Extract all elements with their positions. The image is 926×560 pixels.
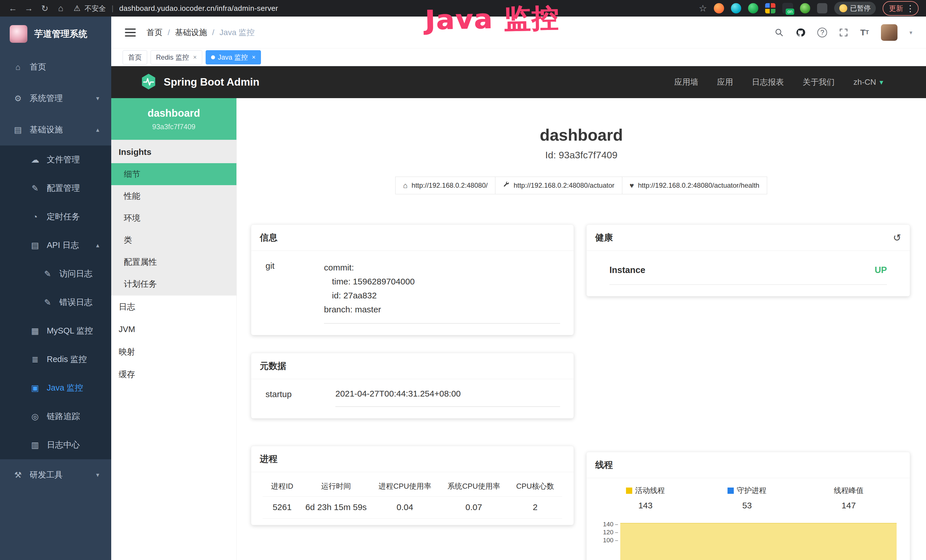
- sba-nav-applications[interactable]: 应用: [717, 77, 733, 88]
- sba-nav-wallboard[interactable]: 应用墙: [675, 77, 698, 88]
- github-icon[interactable]: [796, 28, 805, 37]
- tab-home[interactable]: 首页: [123, 50, 147, 65]
- log-icon: ▤: [30, 241, 41, 250]
- sidebar-item-redis[interactable]: ≣ Redis 监控: [0, 345, 111, 374]
- sidebar-item-access-log[interactable]: ✎ 访问日志: [0, 260, 111, 288]
- actuator-url-link[interactable]: http://192.168.0.2:48080/actuator: [495, 177, 622, 194]
- instance-subtitle: Id: 93a3fc7f7409: [237, 150, 926, 160]
- help-icon[interactable]: ?: [817, 28, 827, 37]
- close-icon[interactable]: ×: [193, 54, 197, 61]
- insights-section: Insights 细节 性能 环境 类 配置属性 计划任务: [111, 140, 236, 295]
- threads-chart: 140 120 100: [595, 521, 899, 560]
- app-logo: 芋道管理系统: [0, 17, 111, 51]
- info-row-value: commit: time: 1596289704000 id: 27aa832 …: [324, 260, 560, 324]
- peak-threads-value: 147: [798, 501, 899, 510]
- extension-leaf-icon[interactable]: [800, 3, 810, 14]
- history-icon[interactable]: ↺: [893, 232, 902, 243]
- home-icon[interactable]: ⌂: [54, 3, 68, 13]
- sba-logo-icon: [140, 73, 157, 92]
- extension-drop-icon[interactable]: [731, 3, 741, 14]
- breadcrumb-separator: /: [168, 28, 170, 37]
- user-avatar[interactable]: [881, 24, 897, 41]
- process-header-row: 进程ID 运行时间 进程CPU使用率 系统CPU使用率 CPU核心数: [263, 475, 562, 496]
- refresh-icon[interactable]: ↻: [38, 3, 52, 14]
- update-button[interactable]: 更新 ⋮: [883, 1, 918, 16]
- sidebar-item-home[interactable]: ⌂ 首页: [0, 51, 111, 83]
- health-row[interactable]: Instance UP: [610, 257, 887, 285]
- heart-icon: ♥: [630, 181, 634, 190]
- sidebar-item-infra[interactable]: ▤ 基础设施 ▴: [0, 114, 111, 145]
- address-bar[interactable]: ⚠ 不安全 | dashboard.yudao.iocoder.cn/infra…: [74, 4, 697, 13]
- breadcrumb-section[interactable]: 基础设施: [175, 27, 207, 38]
- hamburger-icon[interactable]: [125, 29, 136, 36]
- tab-java-monitor[interactable]: Java 监控 ×: [206, 50, 261, 65]
- info-card-title: 信息: [251, 225, 573, 251]
- sidebar-item-tracing[interactable]: ◎ 链路追踪: [0, 402, 111, 431]
- sidebar-item-api-log[interactable]: ▤ API 日志 ▴: [0, 231, 111, 260]
- sba-nav-about[interactable]: 关于我们: [803, 77, 835, 88]
- close-icon[interactable]: ×: [252, 54, 256, 61]
- search-icon[interactable]: [775, 28, 784, 37]
- sidebar-item-log-center[interactable]: ▥ 日志中心: [0, 431, 111, 459]
- admin-sidebar: 芋道管理系统 ⌂ 首页 ⚙ 系统管理 ▾ ▤ 基础设施 ▴ ☁ 文件管理: [0, 17, 111, 560]
- logo-avatar: [10, 25, 27, 43]
- extension-on-icon[interactable]: on: [782, 3, 793, 14]
- sidebar-item-devtools[interactable]: ⚒ 研发工具 ▾: [0, 459, 111, 491]
- sba-item-performance[interactable]: 性能: [111, 185, 236, 207]
- sidebar-item-config[interactable]: ✎ 配置管理: [0, 174, 111, 203]
- chevron-down-icon: ▾: [96, 471, 99, 479]
- sba-item-environment[interactable]: 环境: [111, 207, 236, 229]
- sba-item-scheduled-tasks[interactable]: 计划任务: [111, 273, 236, 295]
- extension-fox-icon[interactable]: [714, 3, 724, 14]
- kebab-menu-icon[interactable]: ⋮: [906, 3, 915, 14]
- sba-item-logs[interactable]: 日志: [111, 295, 236, 318]
- metadata-row-label: startup: [265, 389, 335, 407]
- info-row-label: git: [265, 260, 324, 324]
- instance-title: dashboard: [237, 126, 926, 144]
- forward-icon[interactable]: →: [22, 3, 36, 13]
- process-table: 进程ID 运行时间 进程CPU使用率 系统CPU使用率 CPU核心数 5261: [263, 475, 562, 519]
- cards-left-column: 信息 git commit: time: 1596289704000 id: 2…: [251, 224, 574, 525]
- tab-redis-monitor[interactable]: Redis 监控 ×: [151, 50, 202, 65]
- threads-legend: 活动线程 143 守护进程: [595, 486, 899, 510]
- extension-puzzle-icon[interactable]: [817, 3, 827, 14]
- process-card: 进程 进程ID 运行时间 进程CPU使用率 系统CPU使用率 CP: [251, 446, 574, 525]
- infra-submenu: ☁ 文件管理 ✎ 配置管理 ◔ 定时任务 ▤ API 日志 ▴ ✎: [0, 145, 111, 459]
- service-url-link[interactable]: ⌂ http://192.168.0.2:48080/: [395, 177, 495, 194]
- caret-down-icon[interactable]: ▾: [909, 29, 912, 36]
- extension-grid-icon[interactable]: [765, 3, 775, 14]
- doc-icon: ✎: [42, 298, 53, 307]
- sidebar-item-jobs[interactable]: ◔ 定时任务: [0, 203, 111, 231]
- health-url-link[interactable]: ♥ http://192.168.0.2:48080/actuator/heal…: [622, 177, 767, 194]
- page-root: ← → ↻ ⌂ ⚠ 不安全 | dashboard.yudao.iocoder.…: [0, 0, 926, 560]
- fullscreen-icon[interactable]: [839, 28, 848, 37]
- sidebar-item-system[interactable]: ⚙ 系统管理 ▾: [0, 83, 111, 114]
- sba-item-classes[interactable]: 类: [111, 229, 236, 251]
- sba-instance-header[interactable]: dashboard 93a3fc7f7409: [111, 98, 236, 140]
- sba-item-mappings[interactable]: 映射: [111, 341, 236, 363]
- instance-name: dashboard: [147, 107, 200, 119]
- paused-badge[interactable]: 已暂停: [834, 2, 876, 15]
- language-selector[interactable]: zh-CN ▾: [853, 77, 883, 87]
- sba-main: dashboard Id: 93a3fc7f7409 ⌂ http://192.…: [237, 98, 926, 560]
- breadcrumb-separator: /: [212, 28, 215, 37]
- sba-item-config-props[interactable]: 配置属性: [111, 251, 236, 273]
- sba-item-details[interactable]: 细节: [111, 163, 236, 185]
- extension-green-icon[interactable]: [748, 3, 758, 14]
- sba-nav-journal[interactable]: 日志报表: [752, 77, 784, 88]
- sidebar-item-mysql[interactable]: ▦ MySQL 监控: [0, 317, 111, 345]
- sidebar-item-java-monitor[interactable]: ▣ Java 监控: [0, 374, 111, 402]
- emoji-face-icon: [839, 4, 847, 12]
- sidebar-item-error-log[interactable]: ✎ 错误日志: [0, 288, 111, 317]
- health-instance-label: Instance: [610, 265, 645, 275]
- chart-y-axis: 140 120 100: [595, 521, 619, 560]
- sba-item-caches[interactable]: 缓存: [111, 363, 236, 386]
- sba-item-jvm[interactable]: JVM: [111, 318, 236, 341]
- back-icon[interactable]: ←: [6, 3, 20, 13]
- breadcrumb-home[interactable]: 首页: [147, 27, 163, 38]
- bookmark-star-icon[interactable]: ☆: [699, 3, 707, 14]
- monitor-icon: ▣: [30, 383, 41, 393]
- font-size-icon[interactable]: TT: [860, 28, 869, 37]
- home-icon: ⌂: [12, 62, 23, 72]
- sidebar-item-files[interactable]: ☁ 文件管理: [0, 145, 111, 174]
